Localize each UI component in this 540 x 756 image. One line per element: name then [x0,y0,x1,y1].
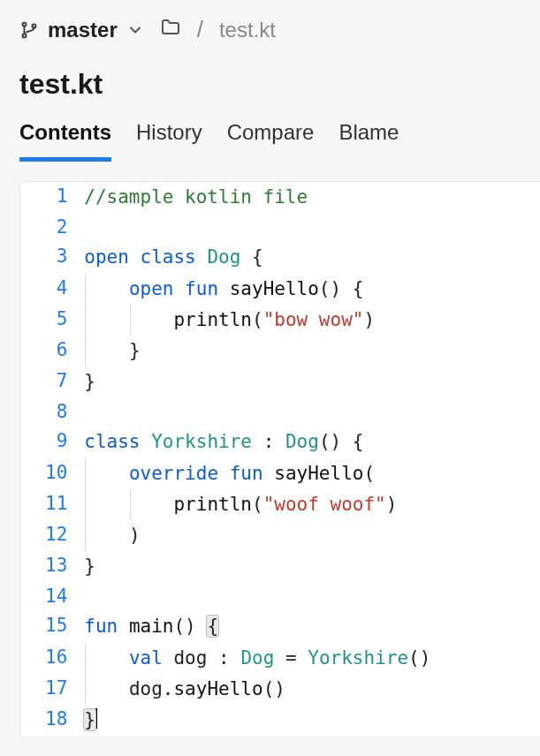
line-number[interactable]: 14 [20,582,83,611]
line-content[interactable]: } [83,336,540,367]
line-number[interactable]: 2 [20,213,83,242]
code-line: 5 println("bow wow") [20,305,540,336]
line-number[interactable]: 4 [20,274,83,305]
line-number[interactable]: 11 [20,489,83,520]
code-line: 16 val dog : Dog = Yorkshire() [20,643,540,674]
branch-name: master [48,18,118,42]
line-content[interactable]: open class Dog { [83,242,540,273]
code-line: 2 [20,213,540,242]
breadcrumb-separator: / [197,16,203,43]
tab-contents[interactable]: Contents [19,120,111,162]
tabs: ContentsHistoryCompareBlame [0,108,540,162]
line-content[interactable]: } [83,551,540,582]
line-content[interactable]: fun main() { [83,611,540,642]
line-content[interactable]: dog.sayHello() [83,674,540,705]
tab-blame[interactable]: Blame [338,120,399,162]
line-content[interactable] [83,397,540,427]
tab-history[interactable]: History [136,120,202,162]
line-number[interactable]: 3 [20,242,83,273]
line-number[interactable]: 18 [20,705,83,736]
code-line: 18} [20,705,540,736]
line-number[interactable]: 7 [20,367,83,397]
line-content[interactable]: open fun sayHello() { [83,274,540,305]
tab-compare[interactable]: Compare [227,120,315,162]
chevron-down-icon [126,21,144,39]
line-content[interactable]: val dog : Dog = Yorkshire() [83,643,540,674]
line-number[interactable]: 10 [20,458,83,489]
line-content[interactable] [83,582,540,611]
line-number[interactable]: 13 [20,551,83,582]
line-content[interactable]: //sample kotlin file [83,182,540,213]
breadcrumb-bar: master / test.kt [0,0,540,52]
line-number[interactable]: 12 [20,520,83,551]
code-line: 15fun main() { [20,611,540,642]
folder-icon[interactable] [160,17,181,43]
code-viewer[interactable]: 1//sample kotlin file23open class Dog {4… [19,181,540,736]
code-line: 11 println("woof woof") [20,489,540,520]
git-branch-icon [19,20,39,40]
line-content[interactable]: ) [83,520,540,551]
page-title: test.kt [0,52,540,108]
code-line: 6 } [20,336,540,367]
code-line: 12 ) [20,520,540,551]
code-line: 13} [20,551,540,582]
code-line: 4 open fun sayHello() { [20,274,540,305]
line-number[interactable]: 17 [20,674,83,705]
code-line: 17 dog.sayHello() [20,674,540,705]
breadcrumb-filename[interactable]: test.kt [219,18,276,42]
line-content[interactable]: println("bow wow") [83,305,540,336]
code-line: 1//sample kotlin file [20,182,540,213]
line-number[interactable]: 9 [20,427,83,457]
line-content[interactable]: class Yorkshire : Dog() { [83,427,540,457]
line-number[interactable]: 6 [20,336,83,367]
line-content[interactable] [83,213,540,242]
line-number[interactable]: 15 [20,611,83,642]
line-content[interactable]: override fun sayHello( [83,458,540,489]
line-number[interactable]: 8 [20,397,83,427]
code-line: 9class Yorkshire : Dog() { [20,427,540,457]
line-content[interactable]: } [83,367,540,397]
code-body: 1//sample kotlin file23open class Dog {4… [20,182,540,736]
line-number[interactable]: 5 [20,305,83,336]
line-content[interactable]: println("woof woof") [83,489,540,520]
line-number[interactable]: 16 [20,643,83,674]
line-content[interactable]: } [83,705,540,736]
line-number[interactable]: 1 [20,182,83,213]
branch-selector[interactable]: master [19,18,144,42]
code-line: 3open class Dog { [20,242,540,273]
code-table: 1//sample kotlin file23open class Dog {4… [20,182,540,736]
text-cursor [95,708,97,729]
code-line: 7} [20,367,540,397]
code-line: 10 override fun sayHello( [20,458,540,489]
code-line: 8 [20,397,540,427]
code-line: 14 [20,582,540,611]
